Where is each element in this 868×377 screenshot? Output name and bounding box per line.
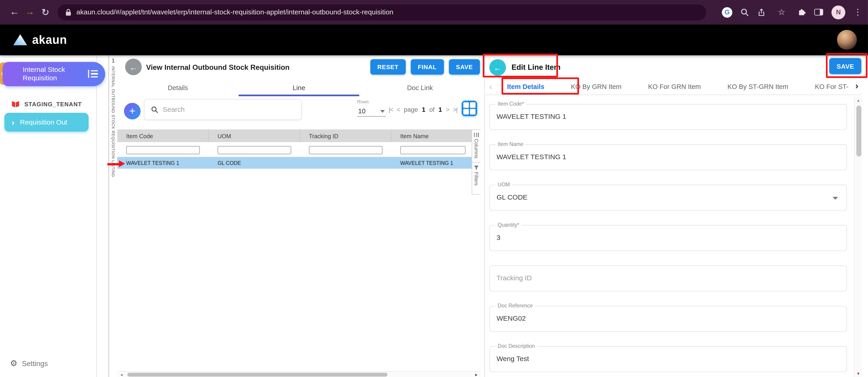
rows-per-page-select[interactable]: Rows 10 <box>357 99 386 117</box>
editor-save-button[interactable]: SAVE <box>829 58 861 74</box>
total-pages: 1 <box>438 106 442 113</box>
filter-input-uom[interactable] <box>218 146 291 155</box>
listing-title: View Internal Outbound Stock Requisition <box>146 63 289 71</box>
prev-page-button[interactable]: < <box>397 106 400 113</box>
filters-label: Filters <box>473 172 479 185</box>
tab-details[interactable]: Details <box>117 81 238 96</box>
sidebar-item-requisition-out[interactable]: › Requisition Out <box>4 113 89 132</box>
rows-label: Rows <box>357 99 386 104</box>
filter-input-item-code[interactable] <box>126 146 200 155</box>
browser-profile-avatar[interactable]: N <box>832 5 845 19</box>
tracking-id-field[interactable]: Tracking ID <box>489 266 847 292</box>
field-placeholder: Tracking ID <box>490 266 846 291</box>
column-header-item-name[interactable]: Item Name <box>391 129 472 142</box>
tab-item-details[interactable]: Item Details <box>507 78 544 95</box>
applet-title: Internal Stock Requisition <box>23 66 81 82</box>
user-avatar[interactable] <box>837 30 857 50</box>
vertical-strip: 1 INTERNAL OUTBOUND STOCK REQUISITION LI… <box>97 55 117 377</box>
tab-ko-for-st[interactable]: KO For ST- <box>815 78 848 95</box>
item-name-field[interactable]: Item Name WAVELET TESTING 1 <box>489 144 847 170</box>
table-row[interactable]: WAVELET TESTING 1 GL CODE WAVELET TESTIN… <box>117 157 472 169</box>
editor-title: Edit Line Item <box>512 63 560 71</box>
horizontal-scrollbar-thumb[interactable] <box>127 373 388 377</box>
editor-back-button[interactable]: ← <box>489 59 506 76</box>
field-value: WENG02 <box>490 306 846 331</box>
listing-toolbar: + Search Rows 10 |< < p <box>117 96 480 126</box>
browser-reload-icon[interactable]: ↻ <box>38 6 53 18</box>
zoom-icon[interactable] <box>741 8 749 16</box>
column-header-uom[interactable]: UOM <box>209 129 300 142</box>
columns-toggle[interactable]: Columns <box>472 130 480 162</box>
browser-toolbar-icons: G ☆ N ⋮ <box>722 5 861 19</box>
tab-doc-link[interactable]: Doc Link <box>359 81 480 96</box>
scroll-up-icon[interactable]: ▲ <box>855 99 862 102</box>
column-header-item-code[interactable]: Item Code <box>117 129 209 142</box>
share-icon[interactable] <box>757 8 766 16</box>
browser-forward-icon[interactable]: → <box>22 7 38 18</box>
tab-ko-for-grn-item[interactable]: KO For GRN Item <box>648 78 701 95</box>
browser-menu-icon[interactable]: ⋮ <box>854 7 861 17</box>
scroll-left-icon[interactable]: ◄ <box>120 372 124 376</box>
extensions-icon[interactable] <box>798 8 806 16</box>
bookmark-star-icon[interactable]: ☆ <box>774 7 789 17</box>
side-panel-icon[interactable] <box>814 9 823 15</box>
pagination: |< < page 1 of 1 > >| <box>389 106 457 113</box>
filters-toggle[interactable]: Filters <box>472 162 480 194</box>
cell-item-name: WAVELET TESTING 1 <box>391 160 472 166</box>
listing-tabs: Details Line Doc Link <box>117 81 480 96</box>
google-icon[interactable]: G <box>722 7 733 17</box>
tab-ko-by-st-grn-item[interactable]: KO By ST-GRN Item <box>727 78 788 95</box>
search-placeholder: Search <box>163 106 185 113</box>
final-button[interactable]: FINAL <box>411 59 444 75</box>
vertical-scrollbar[interactable]: ▲ ▼ <box>854 97 862 377</box>
last-page-button[interactable]: >| <box>453 106 457 113</box>
browser-back-icon[interactable]: ← <box>7 7 22 18</box>
doc-description-field[interactable]: Doc Description Weng Test <box>489 346 847 372</box>
field-label: Doc Reference <box>495 302 535 309</box>
add-line-button[interactable]: + <box>124 103 141 119</box>
horizontal-scrollbar[interactable]: ◄ ► <box>117 371 480 377</box>
tab-line[interactable]: Line <box>238 81 359 96</box>
listing-save-button[interactable]: SAVE <box>449 59 480 75</box>
reset-button[interactable]: RESET <box>370 59 406 75</box>
tenant-row[interactable]: STAGING_TENANT <box>11 99 82 108</box>
main-area: ogo Internal Stock Requisition STAGING_T… <box>0 55 868 377</box>
tabs-scroll-right-icon[interactable]: › <box>854 81 860 92</box>
sidebar: ogo Internal Stock Requisition STAGING_T… <box>0 55 97 377</box>
field-value: 3 <box>490 226 846 250</box>
grid-view-button[interactable] <box>462 101 477 116</box>
listing-back-button[interactable]: ← <box>125 59 142 75</box>
doc-reference-field[interactable]: Doc Reference WENG02 <box>489 306 847 332</box>
item-code-field[interactable]: Item Code* WAVELET TESTING 1 <box>489 104 847 130</box>
tab-ko-by-grn-item[interactable]: KO By GRN Item <box>571 78 622 95</box>
field-value: WAVELET TESTING 1 <box>490 145 846 170</box>
field-value: Weng Test <box>490 347 846 372</box>
settings-button[interactable]: ⚙ Settings <box>10 358 48 368</box>
search-input[interactable]: Search <box>144 99 302 120</box>
edit-line-item-pane: ← Edit Line Item SAVE ‹ Item Details KO … <box>485 55 868 377</box>
columns-label: Columns <box>473 139 479 159</box>
settings-label: Settings <box>22 359 48 368</box>
vertical-scrollbar-thumb[interactable] <box>856 106 861 157</box>
address-bar[interactable]: akaun.cloud/#/applet/tnt/wavelet/erp/int… <box>58 4 706 20</box>
next-page-button[interactable]: > <box>446 106 449 113</box>
screen: ← → ↻ akaun.cloud/#/applet/tnt/wavelet/e… <box>0 0 868 377</box>
filter-input-tracking-id[interactable] <box>309 146 382 155</box>
scroll-right-icon[interactable]: ► <box>474 372 478 376</box>
first-page-button[interactable]: |< <box>389 106 393 113</box>
collapse-menu-icon <box>88 70 98 78</box>
field-label: Item Code* <box>495 101 526 107</box>
column-header-tracking-id[interactable]: Tracking ID <box>300 129 391 142</box>
columns-icon <box>474 133 479 137</box>
uom-select[interactable]: UOM GL CODE <box>489 185 847 211</box>
gear-icon: ⚙ <box>10 358 18 368</box>
filter-input-item-name[interactable] <box>400 146 466 155</box>
lock-icon <box>65 9 71 16</box>
quantity-field[interactable]: Quantity* 3 <box>489 225 847 251</box>
scroll-down-icon[interactable]: ▼ <box>855 372 862 375</box>
tabs-scroll-left-icon[interactable]: ‹ <box>489 82 492 91</box>
sidebar-item-internal-stock-requisition[interactable]: Internal Stock Requisition <box>3 62 105 87</box>
tenant-name: STAGING_TENANT <box>24 101 82 107</box>
editor-tabs: Item Details KO By GRN Item KO For GRN I… <box>485 78 861 95</box>
app-header: akaun <box>0 24 868 56</box>
